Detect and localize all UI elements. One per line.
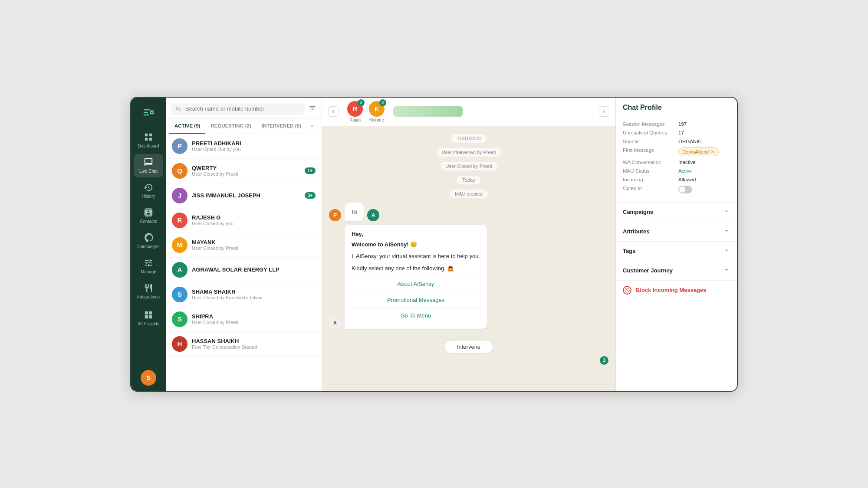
contact-badge: 3+ <box>305 192 316 199</box>
system-msg-closed: User Closed by Preeti <box>441 162 497 170</box>
integrations-icon <box>144 283 153 293</box>
contact-sub: User Closed by you <box>192 221 316 226</box>
contact-avatar: Q <box>172 163 187 179</box>
contact-avatar: J <box>172 188 187 203</box>
search-icon <box>175 105 182 112</box>
bot-bubble-welcome: Hey, Welcome to AiSensy! 😊 I, AiSensy, y… <box>345 225 487 329</box>
contact-item-hassan[interactable]: H HASSAN SHAIKH Free Tier Conversation S… <box>166 332 322 357</box>
sidebar-item-dashboard[interactable]: Dashboard <box>134 129 163 152</box>
profile-label: Unresolved Queries <box>623 130 675 135</box>
tag-chip-close[interactable]: ✕ <box>710 149 715 155</box>
contact-item-agrawal[interactable]: A AGRAWAL SOLAR ENERGY LLP <box>166 258 322 282</box>
profile-stats-section: Session Messages 197 Unresolved Queries … <box>616 116 737 203</box>
contact-sub: User Closed by Preeti <box>192 320 316 325</box>
svg-rect-5 <box>149 138 152 140</box>
intervene-button[interactable]: Intervene <box>444 340 493 354</box>
bot-select: Kindly select any one of the following. … <box>352 264 480 273</box>
block-incoming-row[interactable]: Block Incoming Messages <box>616 281 737 300</box>
profile-label: Opted In <box>623 186 675 191</box>
profile-row: Source ORGANIC <box>623 139 730 144</box>
agent-avatar-kishore[interactable]: K 2 <box>369 101 385 117</box>
profile-row: MAU Status Active <box>623 168 730 174</box>
user-avatar[interactable]: S <box>141 370 156 386</box>
sidebar-item-label-contacts: Contacts <box>140 219 157 224</box>
sidebar-item-campaigns[interactable]: Campaigns <box>134 229 163 253</box>
contact-info: AGRAWAL SOLAR ENERGY LLP <box>192 266 316 273</box>
sidebar-item-history[interactable]: History <box>134 179 163 203</box>
system-msg-intervened: User Intervened by Preeti <box>437 148 501 157</box>
menu-item-gotomenu[interactable]: Go To Menu <box>352 308 480 324</box>
svg-rect-4 <box>145 138 148 140</box>
sidebar-item-manage[interactable]: Manage <box>134 255 163 278</box>
section-row-attributes[interactable]: Attributes <box>616 222 737 242</box>
search-input[interactable] <box>185 105 301 112</box>
contact-item-shama[interactable]: S SHAMA SHAIKH User Closed by Kamlakshi … <box>166 282 322 307</box>
menu-item-promotional[interactable]: Promotional Messages <box>352 292 480 308</box>
contact-avatar: A <box>172 262 187 278</box>
sidebar-item-live-chat[interactable]: Live Chat <box>134 154 163 177</box>
manage-icon <box>144 258 153 268</box>
contact-avatar: R <box>172 213 187 228</box>
chevron-down-icon <box>723 227 730 236</box>
contact-sub: User Closed by Kamlakshi Talwar <box>192 295 316 300</box>
user-message-hi: P Hi A <box>329 203 608 222</box>
sidebar-item-label-campaigns: Campaigns <box>138 244 160 249</box>
tabs-bar: ACTIVE (9) REQUESTING (2) INTERVENED (0) <box>166 119 322 134</box>
tab-more-icon[interactable] <box>306 120 318 132</box>
contact-info: QWERTY User Closed by Preeti <box>192 165 300 177</box>
right-panel: Chat Profile Session Messages 197 Unreso… <box>615 98 737 391</box>
contact-item-rajesh[interactable]: R RAJESH G User Closed by you <box>166 208 322 233</box>
sidebar-item-all-projects[interactable]: All Projects <box>134 307 163 330</box>
section-row-customer-journey[interactable]: Customer Journey <box>616 261 737 281</box>
contact-info: RAJESH G User Closed by you <box>192 214 316 226</box>
tab-active[interactable]: ACTIVE (9) <box>169 119 205 134</box>
sidebar-item-label-manage: Manage <box>141 269 156 275</box>
chevron-down-icon <box>723 266 730 275</box>
agent-badge: 2 <box>358 99 365 106</box>
opted-in-toggle[interactable] <box>678 186 692 193</box>
projects-icon <box>144 310 153 320</box>
prev-chat-arrow[interactable] <box>328 106 339 117</box>
contact-item-mayank[interactable]: M MAYANK User Closed by Preeti <box>166 233 322 258</box>
section-label: Customer Journey <box>623 267 673 274</box>
next-chat-arrow[interactable] <box>599 106 609 117</box>
app-logo-icon <box>141 105 155 119</box>
chat-icon <box>144 157 153 167</box>
profile-value: Inactive <box>678 160 696 165</box>
today-divider: Today <box>457 176 480 184</box>
contact-item-jiss[interactable]: J JISS IMMANUEL JOSEPH 3+ <box>166 183 322 208</box>
section-row-tags[interactable]: Tags <box>616 242 737 261</box>
filter-icon[interactable] <box>309 104 316 114</box>
bot-avatar-sm: A <box>367 209 379 221</box>
sidebar-item-integrations[interactable]: Integrations <box>134 280 163 303</box>
sidebar-item-label-livechat: Live Chat <box>139 169 158 174</box>
section-row-campaigns[interactable]: Campaigns <box>616 203 737 222</box>
contact-item-preeti[interactable]: P PREETI ADHIKARI User Opted Out by you <box>166 134 322 159</box>
contact-info: JISS IMMANUEL JOSEPH <box>192 192 300 199</box>
sidebar-item-contacts[interactable]: Contacts <box>134 204 163 228</box>
contact-info: HASSAN SHAIKH Free Tier Conversation Sta… <box>192 338 316 350</box>
menu-item-about[interactable]: About AiSensy <box>352 276 480 292</box>
profile-row: Unresolved Queries 17 <box>623 130 730 135</box>
profile-value: Allowed <box>678 177 696 182</box>
profile-row: WA Conversation Inactive <box>623 160 730 165</box>
profile-value: 17 <box>678 130 684 135</box>
contact-item-shipra[interactable]: S SHIPRA User Closed by Preeti <box>166 307 322 332</box>
contacts-icon <box>144 208 153 217</box>
mau-created: MAU created <box>450 190 488 198</box>
tab-requesting[interactable]: REQUESTING (2) <box>205 119 256 134</box>
profile-label: Source <box>623 139 675 144</box>
tab-intervened[interactable]: INTERVENED (0) <box>256 119 306 134</box>
search-input-wrap[interactable] <box>171 103 305 115</box>
agent-avatar-wrap-kishore: K 2 Kishore <box>369 101 385 122</box>
search-bar <box>166 98 322 119</box>
chevron-down-icon <box>723 208 730 216</box>
sidebar-item-label-integrations: Integrations <box>137 295 160 300</box>
block-label: Block Incoming Messages <box>636 287 707 293</box>
contact-avatar: P <box>172 138 187 154</box>
date-divider: 11/01/2023 <box>451 134 486 143</box>
profile-value: ORGANIC <box>678 139 702 144</box>
contact-item-qwerty[interactable]: Q QWERTY User Closed by Preeti 1+ <box>166 159 322 183</box>
agent-avatar-rajan[interactable]: R 2 <box>347 101 363 117</box>
contact-list: P PREETI ADHIKARI User Opted Out by you … <box>166 134 322 391</box>
